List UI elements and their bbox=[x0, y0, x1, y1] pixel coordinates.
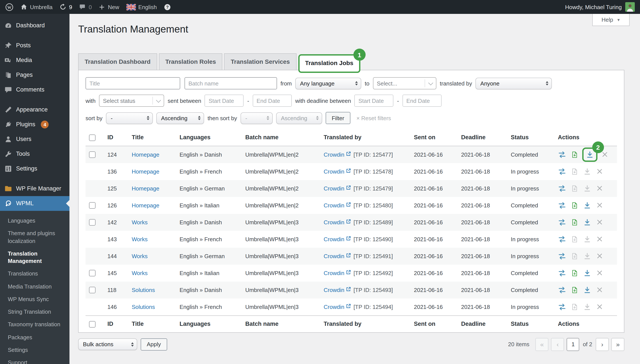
exchange-icon[interactable] bbox=[558, 286, 566, 294]
exchange-icon[interactable] bbox=[558, 218, 566, 226]
next-page-button[interactable]: › bbox=[596, 338, 609, 351]
sent-start-date-input[interactable] bbox=[205, 94, 244, 107]
sort-order-select[interactable]: Ascending bbox=[156, 112, 204, 124]
sent-end-date-input[interactable] bbox=[253, 94, 292, 107]
translator-link[interactable]: Crowdin bbox=[324, 270, 344, 276]
apply-button[interactable]: Apply bbox=[141, 338, 167, 350]
download-icon[interactable] bbox=[583, 269, 591, 277]
translated-by-select[interactable]: Anyone bbox=[476, 78, 552, 89]
document-download-icon[interactable] bbox=[571, 151, 578, 158]
comments-item[interactable]: 0 bbox=[79, 4, 92, 10]
tab-translation-services[interactable]: Translation Services bbox=[224, 53, 296, 70]
sidebar-item-plugins[interactable]: Plugins4 bbox=[0, 117, 70, 132]
to-language-select[interactable]: Select... bbox=[373, 77, 436, 89]
tab-translation-roles[interactable]: Translation Roles bbox=[159, 53, 222, 70]
submenu-item-taxonomy-translation[interactable]: Taxonomy translation bbox=[0, 318, 70, 331]
translator-link[interactable]: Crowdin bbox=[324, 186, 344, 192]
submenu-item-languages[interactable]: Languages bbox=[0, 214, 70, 227]
site-home-item[interactable]: Umbrella bbox=[21, 4, 53, 10]
sidebar-item-pages[interactable]: Pages bbox=[0, 68, 70, 82]
sidebar-item-wp-file-manager[interactable]: WP File Manager bbox=[0, 181, 70, 196]
avatar[interactable] bbox=[625, 2, 635, 12]
deadline-end-date-input[interactable] bbox=[403, 94, 442, 107]
help-circle-icon[interactable]: ? bbox=[164, 3, 171, 11]
download-icon[interactable] bbox=[583, 235, 591, 244]
translator-link[interactable]: Crowdin bbox=[324, 202, 344, 209]
prev-page-button[interactable]: ‹ bbox=[551, 338, 564, 351]
submenu-item-media-translation[interactable]: Media Translation bbox=[0, 280, 70, 293]
tab-translation-dashboard[interactable]: Translation Dashboard bbox=[78, 53, 157, 70]
job-title-link[interactable]: Solutions bbox=[132, 287, 155, 293]
row-checkbox[interactable] bbox=[89, 270, 96, 276]
download-icon[interactable] bbox=[583, 168, 591, 176]
exchange-icon[interactable] bbox=[558, 184, 566, 193]
tab-translation-jobs[interactable]: Translation Jobs1 bbox=[298, 54, 360, 73]
document-download-icon[interactable] bbox=[571, 219, 578, 226]
submenu-item-translations[interactable]: Translations bbox=[0, 268, 70, 280]
document-download-icon[interactable] bbox=[571, 303, 578, 311]
submenu-item-packages[interactable]: Packages bbox=[0, 331, 70, 344]
deadline-start-date-input[interactable] bbox=[355, 94, 394, 107]
help-button[interactable]: Help ▼ bbox=[592, 14, 629, 26]
job-title-link[interactable]: Homepage bbox=[132, 185, 159, 192]
select-all-checkbox[interactable] bbox=[89, 321, 96, 328]
document-download-icon[interactable] bbox=[571, 168, 578, 175]
exchange-icon[interactable] bbox=[558, 235, 566, 244]
status-select[interactable]: Select status bbox=[99, 94, 164, 107]
sidebar-item-dashboard[interactable]: Dashboard bbox=[0, 18, 70, 33]
batch-name-filter-input[interactable] bbox=[185, 77, 277, 89]
translator-link[interactable]: Crowdin bbox=[324, 253, 344, 260]
from-language-select[interactable]: Any language bbox=[295, 78, 361, 89]
download-icon[interactable] bbox=[583, 218, 591, 226]
document-download-icon[interactable] bbox=[571, 270, 578, 277]
job-title-link[interactable]: Homepage bbox=[132, 152, 159, 158]
cancel-x-icon[interactable] bbox=[601, 151, 608, 158]
document-download-icon[interactable] bbox=[571, 185, 578, 192]
first-page-button[interactable]: « bbox=[536, 338, 549, 351]
new-item[interactable]: New bbox=[99, 4, 119, 10]
translator-link[interactable]: Crowdin bbox=[324, 219, 344, 226]
download-icon[interactable] bbox=[583, 303, 591, 311]
bulk-actions-select[interactable]: Bulk actions bbox=[78, 338, 137, 350]
job-title-link[interactable]: Solutions bbox=[132, 304, 155, 310]
sidebar-item-comments[interactable]: Comments bbox=[0, 82, 70, 97]
row-checkbox[interactable] bbox=[89, 152, 96, 158]
current-page-input[interactable]: 1 bbox=[567, 338, 579, 351]
cancel-x-icon[interactable] bbox=[596, 202, 603, 209]
wordpress-logo-icon[interactable]: W bbox=[5, 3, 14, 11]
exchange-icon[interactable] bbox=[558, 269, 566, 277]
cancel-x-icon[interactable] bbox=[596, 168, 603, 175]
select-all-checkbox[interactable] bbox=[89, 134, 96, 141]
translator-link[interactable]: Crowdin bbox=[324, 168, 344, 175]
sidebar-item-settings[interactable]: Settings bbox=[0, 162, 70, 176]
cancel-x-icon[interactable] bbox=[596, 185, 603, 192]
download-icon[interactable] bbox=[583, 252, 591, 260]
title-filter-input[interactable] bbox=[86, 77, 180, 89]
job-title-link[interactable]: Homepage bbox=[132, 202, 159, 209]
row-checkbox[interactable] bbox=[89, 219, 96, 226]
exchange-icon[interactable] bbox=[558, 201, 566, 210]
job-title-link[interactable]: Works bbox=[132, 236, 148, 242]
download-icon[interactable] bbox=[586, 150, 594, 159]
sidebar-item-media[interactable]: Media bbox=[0, 53, 70, 68]
download-icon[interactable] bbox=[583, 201, 591, 210]
document-download-icon[interactable] bbox=[571, 252, 578, 260]
document-download-icon[interactable] bbox=[571, 236, 578, 243]
translator-link[interactable]: Crowdin bbox=[324, 304, 344, 310]
translator-link[interactable]: Crowdin bbox=[324, 236, 344, 243]
job-title-link[interactable]: Works bbox=[132, 270, 148, 276]
cancel-x-icon[interactable] bbox=[596, 304, 603, 310]
submenu-item-theme-and-plugins-localization[interactable]: Theme and plugins localization bbox=[0, 227, 70, 247]
submenu-item-string-translation[interactable]: String Translation bbox=[0, 306, 70, 318]
sidebar-item-users[interactable]: Users bbox=[0, 132, 70, 147]
updates-item[interactable]: 9 bbox=[60, 4, 72, 10]
reset-filters-link[interactable]: × Reset filters bbox=[357, 115, 391, 121]
exchange-icon[interactable] bbox=[558, 150, 566, 159]
sidebar-item-wpml[interactable]: WPML bbox=[0, 196, 70, 211]
then-sort-order-select[interactable]: Ascending bbox=[276, 112, 322, 124]
job-title-link[interactable]: Works bbox=[132, 253, 148, 260]
sidebar-item-appearance[interactable]: Appearance bbox=[0, 102, 70, 117]
translator-link[interactable]: Crowdin bbox=[324, 152, 344, 158]
howdy-text[interactable]: Howdy, Michael Turing bbox=[565, 4, 622, 10]
submenu-item-translation-management[interactable]: Translation Management bbox=[0, 247, 70, 268]
